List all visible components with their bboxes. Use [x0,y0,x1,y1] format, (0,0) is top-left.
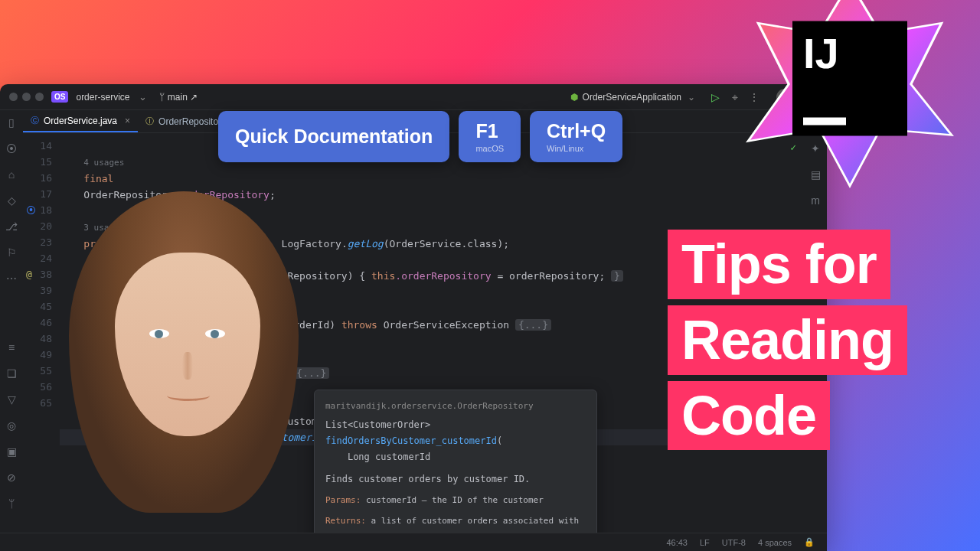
window-min-icon[interactable] [22,93,31,101]
java-interface-icon: Ⓘ [145,116,154,127]
shortcut-mac-label: macOS [475,144,504,153]
doc-params-label: Params: customerId – the ID of the custo… [325,492,586,508]
more-tool-icon[interactable]: ⋯ [5,272,18,285]
problems-tool-icon[interactable]: ⊘ [5,471,18,484]
shortcut-callout: Quick Documentation F1 macOS Ctrl+Q Win/… [218,111,622,162]
readonly-lock-icon[interactable]: 🔒 [804,537,815,547]
chevron-down-icon[interactable]: ⌄ [139,91,147,103]
quick-doc-popup[interactable]: maritvandijk.orderservice.OrderRepositor… [314,390,597,533]
shortcut-win-card: Ctrl+Q Win/Linux [530,111,622,162]
caret-position[interactable]: 46:43 [666,538,688,547]
gutter-override-icon[interactable]: @ [26,266,32,282]
commit-tool-icon[interactable]: ⦿ [5,142,18,155]
close-icon[interactable]: × [125,116,130,126]
shortcut-title-card: Quick Documentation [218,111,449,162]
maven-tool-icon[interactable]: m [809,194,822,207]
shortcut-win-key: Ctrl+Q [547,120,606,142]
git-tool-icon[interactable]: ᛘ [5,497,18,510]
intellij-logo-bar [803,118,846,126]
shortcut-mac-key: F1 [475,120,504,142]
line-separator[interactable]: LF [700,538,710,547]
git-branch[interactable]: ᛘ main ↗ [159,92,198,103]
java-class-icon: Ⓒ [31,115,39,126]
intellij-logo: IJ [792,21,907,136]
ide-topbar: OS order-service ⌄ ᛘ main ↗ ⬢ OrderServi… [0,84,827,110]
doc-signature: List<CustomerOrder> findOrdersByCustomer… [325,417,586,465]
project-badge: OS [51,91,68,103]
window-controls[interactable] [9,93,44,101]
build-tool-icon[interactable]: ▽ [5,393,18,406]
doc-returns-label: Returns: a list of customer orders assoc… [325,513,586,533]
intellij-badge: IJ [750,0,949,184]
tab-label: OrderService.java [44,116,117,126]
git-branch-name: main [168,92,188,103]
project-tool-icon[interactable]: ▯ [5,116,18,129]
tool-icon[interactable]: ≡ [5,341,18,354]
window-max-icon[interactable] [35,93,44,101]
shortcut-win-label: Win/Linux [547,144,606,153]
bookmarks-tool-icon[interactable]: ⚐ [5,246,18,259]
run-config-label: OrderServiceApplication [583,92,681,103]
run-config-selector[interactable]: ⬢ OrderServiceApplication ⌄ [564,90,701,105]
window-close-icon[interactable] [9,93,18,101]
spring-icon: ⬢ [570,92,578,103]
presenter-photo [38,176,345,551]
doc-description: Finds customer orders by customer ID. [325,471,586,487]
run-button[interactable]: ▷ [709,91,721,103]
title-line-2: Reading [668,305,907,375]
vcs-tool-icon[interactable]: ⎇ [5,220,18,233]
shortcut-mac-card: F1 macOS [459,111,521,162]
terminal-tool-icon[interactable]: ▣ [5,445,18,458]
services-tool-icon[interactable]: ◎ [5,419,18,432]
debug-button[interactable]: ⌖ [729,91,741,103]
intellij-logo-text: IJ [803,32,897,75]
indent-setting[interactable]: 4 spaces [758,538,792,547]
video-title: Tips for Reading Code [668,230,907,450]
file-encoding[interactable]: UTF-8 [722,538,746,547]
doc-package: maritvandijk.orderservice.OrderRepositor… [325,398,586,414]
structure-tool-icon[interactable]: ⌂ [5,168,18,181]
title-line-3: Code [668,381,830,451]
chevron-down-icon: ⌄ [688,92,695,103]
project-name[interactable]: order-service [76,92,129,103]
learn-tool-icon[interactable]: ◇ [5,194,18,207]
gutter-run-icon[interactable]: ⦿ [26,202,36,218]
left-tool-rail: ▯ ⦿ ⌂ ◇ ⎇ ⚐ ⋯ ≡ ❏ ▽ ◎ ▣ ⊘ ᛘ [0,110,23,533]
tab-orderservice[interactable]: Ⓒ OrderService.java × [23,110,138,132]
title-line-1: Tips for [668,230,890,299]
layers-tool-icon[interactable]: ❏ [5,367,18,380]
shortcut-title: Quick Documentation [235,126,433,148]
